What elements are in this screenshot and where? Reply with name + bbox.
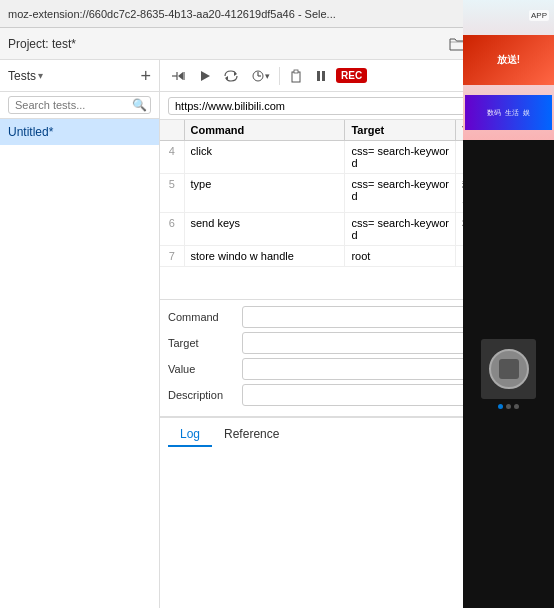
- tests-header: Tests ▾ +: [0, 60, 159, 92]
- row-target: root: [345, 246, 456, 267]
- svg-rect-15: [317, 71, 320, 81]
- search-icon: 🔍: [132, 98, 147, 112]
- row-command: click: [184, 141, 345, 174]
- svg-marker-7: [201, 71, 210, 81]
- search-input[interactable]: [8, 96, 151, 114]
- svg-marker-5: [178, 72, 183, 80]
- command-select[interactable]: [242, 306, 498, 328]
- add-test-button[interactable]: +: [140, 67, 151, 85]
- clipboard-button[interactable]: [286, 67, 306, 85]
- bg-inner: APP 放送! 数码 生活 娱: [463, 28, 554, 608]
- project-title: Project: test*: [8, 37, 439, 51]
- toolbar-separator: [279, 67, 280, 85]
- target-input[interactable]: [242, 332, 498, 354]
- svg-rect-14: [294, 70, 298, 73]
- step-run-button[interactable]: [168, 67, 190, 85]
- pause-button[interactable]: [312, 68, 330, 84]
- row-number: 6: [160, 213, 184, 246]
- background-browser: APP 放送! 数码 生活 娱: [463, 28, 554, 608]
- row-number: 5: [160, 174, 184, 213]
- row-target: css= search-keyword: [345, 141, 456, 174]
- command-label: Command: [168, 311, 238, 323]
- tab-reference[interactable]: Reference: [212, 423, 291, 447]
- row-command: send keys: [184, 213, 345, 246]
- speed-button[interactable]: ▾: [248, 67, 273, 85]
- row-target: css= search-keyword: [345, 213, 456, 246]
- description-label: Description: [168, 389, 238, 401]
- window-title: moz-extension://660dc7c2-8635-4b13-aa20-…: [8, 8, 490, 20]
- col-command: Command: [184, 120, 345, 141]
- search-box: 🔍: [0, 92, 159, 119]
- record-button[interactable]: REC: [336, 68, 367, 83]
- row-command: store windo w handle: [184, 246, 345, 267]
- run-button[interactable]: [196, 68, 214, 84]
- row-number: 7: [160, 246, 184, 267]
- row-command: type: [184, 174, 345, 213]
- tests-label: Tests ▾: [8, 69, 140, 83]
- test-item[interactable]: Untitled*: [0, 119, 159, 145]
- svg-rect-13: [292, 72, 300, 82]
- col-target: Target: [345, 120, 456, 141]
- target-label: Target: [168, 337, 238, 349]
- row-number: 4: [160, 141, 184, 174]
- col-num: [160, 120, 184, 141]
- tab-log[interactable]: Log: [168, 423, 212, 447]
- svg-rect-16: [322, 71, 325, 81]
- tests-panel: Tests ▾ + 🔍 Untitled*: [0, 60, 160, 608]
- loop-button[interactable]: [220, 67, 242, 85]
- row-target: css= search-keyword: [345, 174, 456, 213]
- value-label: Value: [168, 363, 238, 375]
- speed-dropdown-icon: ▾: [265, 71, 270, 81]
- dropdown-arrow-icon: ▾: [38, 70, 43, 81]
